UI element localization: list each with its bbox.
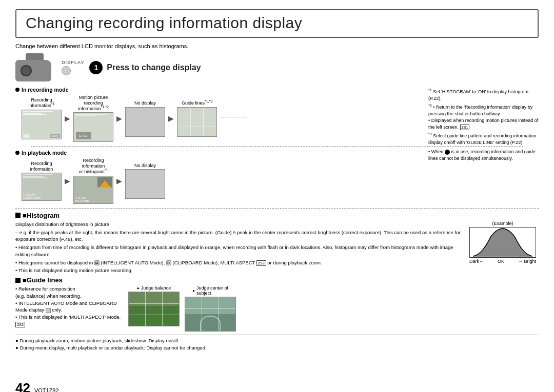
- rec-screen-4: Guide lines*1,*3: [177, 100, 217, 137]
- note-3: *3 Select guide line pattern and recordi…: [428, 133, 539, 146]
- display-label: DISPLAY: [62, 60, 84, 65]
- grid-overlay: [177, 108, 216, 136]
- judge-balance-label-row: ● Judge balance: [137, 285, 171, 291]
- grid-h-1: [177, 117, 216, 117]
- guide-text: • Reference for composition (e.g. balanc…: [15, 285, 123, 328]
- info-lines: [23, 111, 60, 115]
- guide-section: ■Guide lines • Reference for composition…: [15, 276, 539, 332]
- histogram-title-text: ■Histogram: [23, 212, 60, 219]
- info-line-2: [23, 113, 42, 114]
- rec-screen-4-thumb: [177, 107, 217, 137]
- zs1-badge: ZS1: [460, 125, 470, 130]
- rec-screen-2: Motion picture recordinginformation*1,*2…: [73, 95, 113, 142]
- pb-screen-2-thumb: F4.5 1/60100 14.5MB: [73, 176, 113, 204]
- histogram-chart: [469, 227, 536, 258]
- page-title: Changing recording information display: [26, 14, 302, 31]
- step-number: 1: [89, 61, 103, 74]
- hist-line-5: • This is not displayed during motion pi…: [15, 267, 462, 274]
- arrow-2: ▶: [116, 114, 122, 122]
- icon-placeholder: [445, 150, 450, 155]
- hist-line-4: • Histograms cannot be displayed in iA (…: [15, 259, 462, 266]
- display-button-icon: [62, 66, 71, 75]
- guide-lines-title: ■Guide lines: [15, 276, 539, 284]
- histogram-viz: (Example) Dark← OK → Bright: [467, 221, 539, 274]
- motion-bar: ▶ REC: [76, 132, 91, 139]
- pb-screen-1-thumb: 1 JAN DAY1 month 3 days: [22, 173, 62, 201]
- m-line-2: [75, 115, 97, 116]
- guide-line-3: • INTELLIGENT AUTO Mode and CLIPBOARD Mo…: [15, 300, 123, 314]
- pb-arrow-2: ▶: [116, 177, 122, 185]
- page-code: VQT1Z82: [34, 387, 59, 392]
- judge-balance-label: Judge balance: [141, 285, 171, 291]
- arch-shape: [200, 316, 220, 331]
- pb-info-area: [23, 174, 60, 178]
- pb-line-2: [23, 176, 44, 177]
- guide-line-1: • Reference for composition: [15, 285, 123, 293]
- judge-center-label-row: ● Judge center ofsubject: [192, 285, 228, 296]
- hist-line-3: • Histogram from time of recording is di…: [15, 244, 462, 258]
- bottom-note-2: ● During menu display, multi playback or…: [15, 344, 539, 352]
- pb-screen-3-thumb: [125, 169, 165, 199]
- bright-label: → Bright: [518, 259, 536, 264]
- pb-screen-3: No display: [125, 163, 165, 199]
- pb-screen-2: Recording informationor histogram*1 F4.5…: [73, 158, 113, 203]
- pb-screen-2-label: Recording informationor histogram*1: [73, 158, 113, 174]
- ia-icon: iA: [94, 260, 100, 265]
- judge-center-dot: ●: [192, 288, 195, 293]
- info-line-3: [23, 114, 47, 115]
- arrow-3: ▶: [168, 114, 174, 122]
- step-section: DISPLAY 1 Press to change display: [15, 53, 539, 85]
- rec-screen-3-thumb: [125, 107, 165, 137]
- hist-line-2: – e.g. if the graph peaks at the right, …: [15, 229, 462, 243]
- dashed-arrow: [220, 117, 246, 117]
- example-label: (Example): [492, 221, 513, 226]
- playback-mode-text: In playback mode: [22, 150, 67, 156]
- pb-screen-1-label: Recordinginformation: [22, 161, 62, 172]
- zs3-badge-2: ZS3: [15, 322, 25, 327]
- guide-line-4: • This is not displayed in 'MULTI ASPECT…: [15, 314, 123, 328]
- center-v-2: [219, 297, 219, 331]
- histogram-text: Displays distribution of brightness in p…: [15, 221, 462, 274]
- histogram-labels: Dark← OK → Bright: [469, 259, 536, 264]
- note-1: *1 Set 'HISTOGRAM' to 'ON' to display hi…: [428, 89, 539, 102]
- pb-screen-1: Recordinginformation 1 JAN DAY1 month 3 …: [22, 161, 62, 201]
- bottom-note-2-text: ● During menu display, multi playback or…: [15, 344, 207, 352]
- note-2: *2 • Return to the 'Recording informatio…: [428, 104, 539, 131]
- grid-v-1: [190, 108, 191, 136]
- ground-area: [129, 306, 179, 326]
- camera-illustration: [15, 53, 56, 81]
- judge-balance-dot: ●: [137, 286, 140, 291]
- pb-line-3: [23, 177, 47, 178]
- right-notes: *1 Set 'HISTOGRAM' to 'ON' to display hi…: [428, 89, 539, 162]
- rec-screen-1: Recordinginformation*1 REC 1/250: [22, 97, 62, 139]
- bullet-dot: [15, 88, 19, 92]
- grid-v-2: [203, 108, 204, 136]
- hist-svg: [97, 177, 112, 188]
- clip-icon: ✂: [166, 260, 171, 265]
- dark-label: Dark←: [469, 259, 484, 264]
- page-number: 42: [15, 380, 30, 392]
- center-h-1: [185, 308, 235, 309]
- histogram-content: Displays distribution of brightness in p…: [15, 221, 539, 274]
- recording-mode-text: In recording mode: [22, 87, 69, 93]
- pb-arrow-1: ▶: [65, 177, 70, 185]
- bullet-dot-2: [15, 151, 19, 155]
- center-h-2: [185, 320, 235, 320]
- playback-mode-sequence: Recordinginformation 1 JAN DAY1 month 3 …: [22, 158, 539, 203]
- black-square-hist: [15, 213, 21, 218]
- rec-screen-4-label: Guide lines*1,*3: [177, 100, 217, 106]
- return-arrow: [220, 117, 246, 120]
- guide-content: • Reference for composition (e.g. balanc…: [15, 285, 539, 332]
- grid-icon: [46, 308, 51, 313]
- bridge-sky: [185, 297, 235, 314]
- pb-hist-mini: [97, 177, 112, 188]
- guide-images: ● Judge balance: [128, 285, 236, 332]
- bottom-note-1: ● During playback zoom, motion picture p…: [15, 337, 539, 344]
- dashed-separator-2: [15, 208, 539, 209]
- rec-screen-3-label: No display: [125, 100, 165, 106]
- guide-h-1: [129, 303, 179, 304]
- step-instruction: Press to change display: [107, 63, 201, 72]
- ok-label: OK: [498, 259, 504, 264]
- info-line-1: [23, 111, 53, 112]
- black-square-guide: [15, 278, 21, 283]
